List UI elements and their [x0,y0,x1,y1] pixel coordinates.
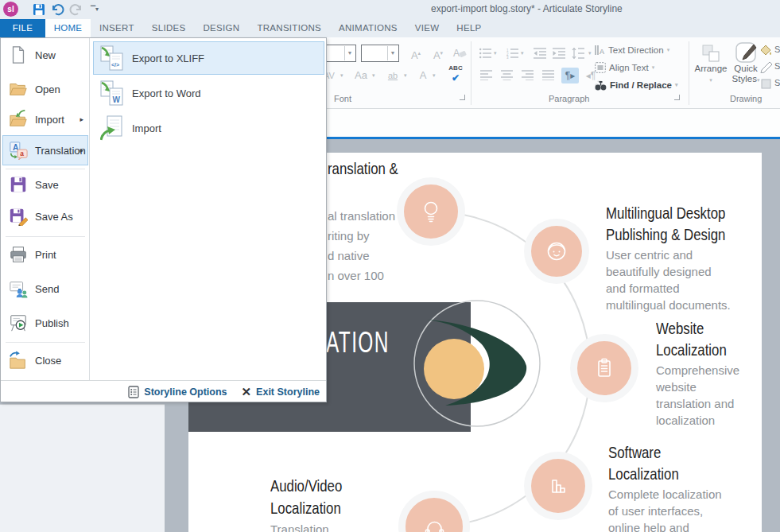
chevron-down-icon[interactable]: ▼ [344,46,355,60]
tab-insert[interactable]: INSERT [91,19,143,37]
submenu-item-export-word[interactable]: W Export to Word [93,76,324,110]
send-icon [9,279,28,298]
align-right-button[interactable] [518,67,536,84]
line-spacing-button[interactable] [569,45,587,62]
shape-effects-button[interactable] [760,78,773,90]
logo-circle-icon [424,339,484,399]
chevron-down-icon[interactable]: ▾ [588,50,592,56]
save-as-icon [9,207,28,226]
section-body: Comprehensive website translation and lo… [656,362,744,429]
bullets-button[interactable] [477,45,493,62]
decrease-indent-button[interactable] [531,45,549,62]
chevron-down-icon[interactable]: ▼ [387,46,398,60]
shrink-font-button[interactable]: A▾ [428,45,448,62]
align-center-button[interactable] [498,67,515,84]
submenu-item-export-xliff[interactable]: </> Export to XLIFF [93,41,324,75]
chevron-down-icon[interactable]: ▾ [433,72,436,79]
font-dialog-launcher-icon[interactable] [460,95,465,100]
section-body: Complete localization of user interfaces… [608,486,722,532]
menu-item-translation[interactable]: Aa Translation ▸ [2,135,88,165]
chevron-down-icon[interactable]: ▾ [404,72,407,79]
save-icon[interactable] [30,2,48,17]
tab-home[interactable]: HOME [45,19,91,37]
import-folder-icon [9,110,28,129]
quick-styles-button[interactable]: QuickStyles▾ [728,41,763,85]
redo-icon[interactable] [67,2,84,17]
font-size-combo[interactable]: ▼ [361,45,399,62]
svg-text:A: A [453,48,460,59]
grow-font-button[interactable]: A▴ [406,45,426,62]
tab-help[interactable]: HELP [448,19,490,37]
text-highlight-button[interactable]: ab [383,67,402,84]
svg-text:a: a [20,150,24,157]
menu-item-label: Save As [35,211,73,223]
headphones-icon [420,512,448,532]
tab-transitions[interactable]: TRANSITIONS [248,19,330,37]
menu-item-close[interactable]: Close [2,345,88,375]
menu-item-label: New [35,49,56,61]
tab-view[interactable]: VIEW [406,19,448,37]
options-icon [128,386,139,398]
submenu-arrow-icon: ▸ [80,115,83,123]
increase-indent-button[interactable] [550,45,568,62]
tab-design[interactable]: DESIGN [194,19,248,37]
close-folder-icon [9,351,28,370]
text-direction-button[interactable]: A Text Direction▾ [595,42,669,58]
section-website-localization: Website Localization Comprehensive websi… [656,317,744,429]
drawing-group-label: Drawing [730,94,762,103]
change-case-button[interactable]: Aa [351,67,371,84]
tab-file[interactable]: FILE [0,19,45,37]
menu-item-send[interactable]: Send [2,274,88,304]
arrange-button[interactable]: Arrange▾ [693,43,728,85]
justify-button[interactable] [539,67,557,84]
menu-item-publish[interactable]: Publish [2,308,88,338]
menu-item-save[interactable]: Save [2,169,88,200]
clear-formatting-button[interactable]: A [450,45,469,62]
file-menu-list: New Open Import ▸ Aa Translation ▸ Save [1,38,90,380]
menu-item-import[interactable]: Import ▸ [2,104,88,134]
font-group-label: Font [334,94,351,103]
chevron-down-icon[interactable]: ▾ [494,50,497,56]
numbering-button[interactable]: 123 [504,45,520,62]
submenu-item-label: Import [132,122,161,134]
submenu-item-label: Export to Word [132,87,200,99]
align-text-button[interactable]: Align Text▾ [595,60,654,76]
menu-item-label: Publish [35,317,69,329]
menu-item-open[interactable]: Open [2,74,88,104]
section-body: User centric and beautifully designed an… [606,247,755,313]
qat-customize-icon[interactable]: ▔▾ [86,2,103,17]
menu-item-print[interactable]: Print [2,239,88,270]
chevron-down-icon[interactable]: ▾ [340,72,343,79]
chevron-down-icon[interactable]: ▾ [372,72,375,79]
paragraph-group-label: Paragraph [549,94,589,103]
menu-item-label: Print [35,249,56,261]
undo-icon[interactable] [49,2,66,17]
spell-check-button[interactable]: ABC✔ [444,64,468,81]
storyline-options-button[interactable]: Storyline Options [128,386,227,398]
submenu-item-import[interactable]: Import [93,111,324,145]
paragraph-dialog-launcher-icon[interactable] [674,95,680,100]
printer-icon [9,245,28,264]
translation-icon: Aa [9,141,28,160]
shape-outline-cut-label: S [774,61,780,71]
menu-item-label: Save [35,179,59,191]
tab-slides[interactable]: SLIDES [143,19,195,37]
exit-storyline-button[interactable]: ✕ Exit Storyline [242,385,320,399]
chevron-down-icon[interactable]: ▾ [521,50,524,56]
svg-text:W: W [113,95,121,104]
shape-fill-button[interactable] [760,45,773,56]
find-replace-button[interactable]: Find / Replace▾ [595,77,677,93]
text-direction-ltr-button[interactable]: ¶▸ [561,68,579,83]
shape-outline-button[interactable] [760,61,773,73]
menu-item-new[interactable]: New [2,40,88,70]
headline-text-fragment: ATION [326,326,390,359]
section-heading: Website Localization [656,317,744,360]
scenes-panel[interactable] [0,404,165,532]
export-word-icon: W [100,80,124,106]
font-color-button[interactable]: A [415,67,431,84]
app-logo-icon[interactable]: sl [3,2,18,17]
tab-animations[interactable]: ANIMATIONS [330,19,406,37]
align-left-button[interactable] [477,67,495,84]
section-body: Translation, [270,521,360,532]
menu-item-save-as[interactable]: Save As [2,201,88,231]
